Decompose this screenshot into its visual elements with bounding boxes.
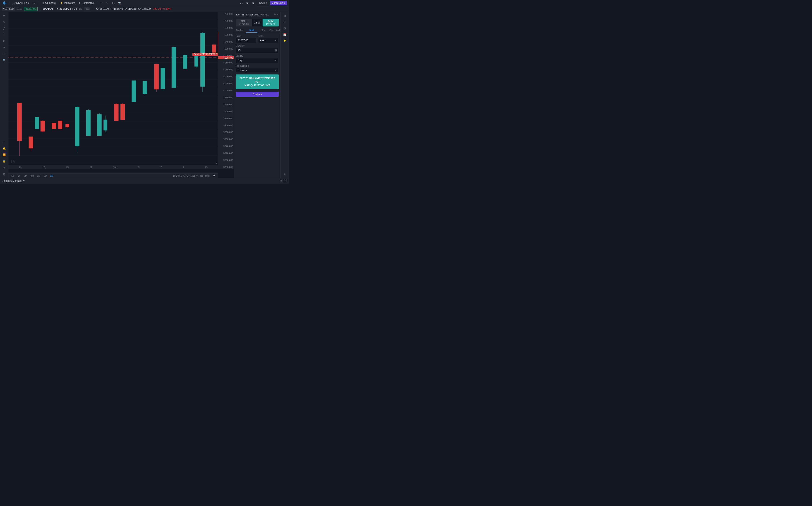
svg-rect-8	[29, 137, 33, 148]
trend-line-icon[interactable]: ╱	[1, 25, 8, 31]
ideas-icon[interactable]: 💡	[282, 38, 288, 44]
validity-label: Validity	[236, 55, 279, 57]
trash-icon[interactable]: 🗑	[1, 171, 8, 177]
timeframe-5y[interactable]: 5Y	[10, 174, 15, 177]
chart-settings-icon[interactable]: ⚙	[251, 1, 256, 5]
price-39000: 39000.00	[219, 124, 233, 127]
price-input[interactable]	[236, 38, 257, 43]
price-37800: 37800.00	[219, 166, 233, 168]
user-button[interactable]: John Doe ▾	[270, 1, 287, 5]
replay-icon[interactable]: ⏪	[1, 152, 8, 158]
symbol-timeframe: 1D	[79, 7, 82, 10]
price-42000: 42000.00	[219, 20, 233, 22]
lock-icon[interactable]: 🔒	[1, 158, 8, 164]
svg-rect-0	[3, 2, 4, 4]
svg-rect-30	[120, 104, 125, 120]
timeframe-1d[interactable]: 1D	[49, 174, 54, 177]
watchlist-right-icon[interactable]: ☰	[282, 19, 288, 25]
crosshair-icon[interactable]: ✛	[1, 13, 8, 19]
timeframe-6m[interactable]: 6M	[23, 174, 28, 177]
symbol-button[interactable]: BANKNIFTY ▾	[11, 1, 31, 5]
templates-button[interactable]: ⊞ Templates	[77, 1, 95, 5]
zoom-icon[interactable]: 🔍	[1, 57, 8, 63]
time-label-4: 5	[138, 166, 139, 169]
timeframe-5d[interactable]: 5D	[42, 174, 48, 177]
price-40600: 40600.00	[219, 68, 233, 71]
price-group: Price	[236, 35, 257, 43]
account-fullscreen-icon[interactable]: ⛶	[284, 179, 286, 182]
indicators-button[interactable]: ⚡ Indicators	[58, 1, 77, 5]
ticks-select[interactable]: Ask Bid Last	[258, 38, 279, 43]
compare-button[interactable]: ⊕ Compare	[40, 1, 57, 5]
order-panel: BANKNIFTY 29SEP22 FUT N... ↻ ✕ SELL 4127…	[234, 12, 280, 178]
indicators-icon: ⚡	[60, 1, 63, 4]
camera-icon[interactable]: 📷	[117, 1, 122, 5]
properties-icon[interactable]: ≡	[282, 171, 288, 177]
svg-rect-16	[58, 121, 62, 129]
divider-3	[97, 1, 97, 5]
refresh-panel-icon[interactable]: ↻	[274, 13, 276, 16]
data-window-icon[interactable]: ⊡	[282, 25, 288, 31]
quantity-input[interactable]	[236, 48, 279, 53]
timeframe-1y[interactable]: 1Y	[16, 174, 21, 177]
price-41400: 41400.00	[219, 40, 233, 43]
validity-select[interactable]: Day IOC GTT	[236, 58, 279, 63]
product-type-label: Product type	[236, 65, 279, 67]
external-link-icon[interactable]: ⬡	[111, 1, 116, 5]
price-badge-2[interactable]: 41287.00	[24, 7, 38, 11]
svg-rect-36	[155, 64, 159, 89]
chart-bottom-status: 5Y 1Y 6M 3M 1M 5D 1D 18:20:56 (UTC+5:30)…	[8, 173, 218, 178]
refresh-icon[interactable]: ↻	[211, 173, 216, 178]
calculator-icon[interactable]: ⊞	[275, 49, 278, 52]
patterns-icon[interactable]: ⊞	[1, 38, 8, 44]
price-42200: 42200.00	[219, 13, 233, 15]
ohlc-high: H41855.40	[110, 7, 123, 10]
spread-value: 12.00	[254, 21, 260, 24]
buy-button[interactable]: BUY 41287.00	[263, 19, 279, 26]
tab-stop-limit[interactable]: Stop Limit	[269, 28, 280, 33]
svg-rect-10	[35, 117, 39, 129]
chart-layout-icon[interactable]: ⊞	[282, 13, 288, 19]
alert-icon[interactable]: 🔔	[1, 146, 8, 152]
eye-icon[interactable]: 👁	[1, 165, 8, 170]
tradingview-watermark: TV	[10, 159, 16, 164]
account-manager-toggle[interactable]: Account Manager ▾	[3, 179, 24, 182]
tab-stop[interactable]: Stop	[257, 28, 269, 33]
far-right-sidebar: ⊞ ☰ ⊡ 📅 💡 ≡	[280, 12, 289, 178]
svg-rect-26	[104, 120, 107, 130]
settings-icon[interactable]: ⚙	[245, 1, 250, 5]
redo-button[interactable]: ↪	[105, 1, 110, 5]
chart-area[interactable]: BANKNIFTY 29SEP22 FUT TV 19 23 25 29 Sep…	[8, 12, 234, 178]
log-label[interactable]: log	[200, 174, 203, 177]
close-panel-icon[interactable]: ✕	[277, 13, 279, 16]
submit-order-button[interactable]: BUY 25 BANKNIFTY 29SEP22 FUTNSE @ 41287.…	[236, 75, 279, 89]
price-41200: 41200.00	[219, 48, 233, 50]
tab-market[interactable]: Market	[234, 28, 246, 33]
measure-icon[interactable]: ◫	[1, 51, 8, 57]
sell-label: SELL	[236, 20, 252, 23]
undo-button[interactable]: ↩	[99, 1, 104, 5]
auto-label[interactable]: auto	[205, 174, 210, 177]
tab-limit[interactable]: Limit	[246, 28, 257, 33]
sell-button[interactable]: SELL 41275.00	[236, 19, 252, 26]
cursor-icon[interactable]: ↖	[1, 19, 8, 25]
product-type-select[interactable]: Delivery Intraday MTF	[236, 68, 279, 73]
calendar-icon[interactable]: 📅	[282, 32, 288, 38]
account-expand-icon[interactable]: ⬆	[280, 179, 282, 182]
feedback-button[interactable]: Feedback	[236, 92, 279, 97]
save-button[interactable]: Save ▾	[257, 1, 269, 5]
svg-rect-14	[52, 123, 56, 129]
text-icon[interactable]: T	[1, 32, 8, 38]
price-badge-1[interactable]: 41275.00	[2, 7, 15, 11]
timeframe-1m[interactable]: 1M	[36, 174, 42, 177]
fib-icon[interactable]: ≡	[1, 45, 8, 50]
watchlist-icon[interactable]: ☰	[1, 139, 8, 145]
symbol-name[interactable]: BANKNIFTY 29SEP22 FUT	[43, 7, 77, 10]
svg-rect-1	[4, 1, 5, 4]
timeframe-3m[interactable]: 3M	[29, 174, 35, 177]
expand-arrows-icon[interactable]: »	[215, 162, 217, 165]
interval-button[interactable]: D	[32, 1, 37, 5]
price-39600: 39600.00	[219, 103, 233, 106]
fullscreen-icon[interactable]: ⛶	[239, 1, 244, 5]
time-label-7: 13	[205, 166, 207, 169]
